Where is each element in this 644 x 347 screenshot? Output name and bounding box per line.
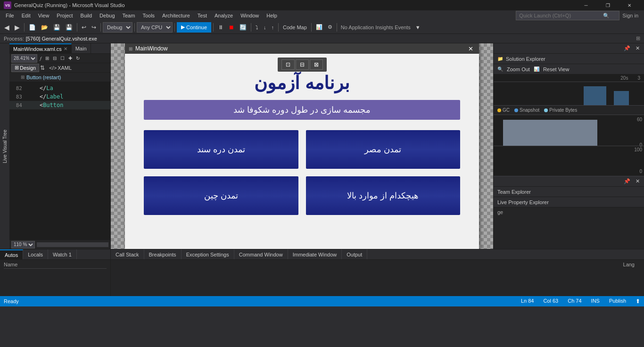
menu-item-file[interactable]: File xyxy=(2,10,18,21)
zoom-out-btn[interactable]: Zoom Out xyxy=(507,66,530,72)
menu-item-architecture[interactable]: Architecture xyxy=(158,10,194,21)
menu-item-analyze[interactable]: Analyze xyxy=(211,10,237,21)
answer-btn-1[interactable]: تمدن دره سند xyxy=(144,130,298,169)
diagnostics-options-button[interactable]: ⚙ xyxy=(325,22,335,33)
undo-button[interactable]: ↩ xyxy=(79,22,89,33)
swap-icon[interactable]: ⇅ xyxy=(40,65,45,71)
diagnostics-button[interactable]: 📊 xyxy=(314,22,325,33)
rp-close-btn[interactable]: ✕ xyxy=(633,45,642,51)
answer-btn-3[interactable]: تمدن چین xyxy=(144,176,298,215)
editor-zoom-bar: 110 % xyxy=(9,240,110,249)
rp-bottom-auto-hide-btn[interactable]: 📌 xyxy=(622,178,632,184)
autos-tab-autos[interactable]: Autos xyxy=(0,249,23,259)
dialog-close-btn[interactable]: ✕ xyxy=(466,44,475,53)
tab-mainwindow-xamlcs[interactable]: MainWindow.xaml.cs ✕ xyxy=(9,43,72,53)
right-panel-header: 📌 ✕ xyxy=(494,43,644,54)
rp-auto-hide-btn[interactable]: 📌 xyxy=(622,45,632,51)
autos-column-headers: Name xyxy=(4,262,107,269)
timeline-bar-1 xyxy=(584,86,606,105)
rp-bottom-close-btn[interactable]: ✕ xyxy=(633,178,642,184)
quiz-title: برنامه آزمون xyxy=(254,73,350,93)
nav-forward-button[interactable]: ▶ xyxy=(12,22,22,33)
close-button[interactable]: ✕ xyxy=(619,0,640,10)
artboard-btn[interactable]: ☐ xyxy=(59,56,66,61)
stop-button[interactable]: ⏹ xyxy=(226,22,237,33)
minimize-button[interactable]: ─ xyxy=(575,0,597,10)
menu-item-tools[interactable]: Tools xyxy=(139,10,158,21)
tab-close-icon[interactable]: ✕ xyxy=(64,46,67,51)
align-right-btn[interactable]: ⊠ xyxy=(310,59,323,70)
output-tab[interactable]: Output xyxy=(342,249,367,259)
menu-item-build[interactable]: Build xyxy=(77,10,96,21)
move-btn[interactable]: ✚ xyxy=(67,56,73,61)
dialog-title-icon: ⊞ xyxy=(129,46,132,51)
design-xaml-tabs: ⊞ Design ⇅ </> XAML xyxy=(9,63,110,73)
team-explorer-label: Team Explorer xyxy=(497,189,531,195)
callstack-tab[interactable]: Call Stack xyxy=(111,249,144,259)
zoom-select[interactable]: 28.41% xyxy=(11,54,37,63)
menu-item-project[interactable]: Project xyxy=(53,10,76,21)
new-button[interactable]: 📄 xyxy=(26,22,38,33)
code-line-84[interactable]: 84 <Button xyxy=(9,101,110,109)
tab-main[interactable]: Main xyxy=(72,43,91,53)
redo-button[interactable]: ↪ xyxy=(89,22,99,33)
xaml-tab-btn[interactable]: </> XAML xyxy=(46,64,75,72)
autos-tab-watch1[interactable]: Watch 1 xyxy=(48,249,77,259)
insights-dropdown[interactable]: ▼ xyxy=(413,22,423,33)
quiz-answers-grid: تمدن دره سند تمدن مصر تمدن چین هیچکدام ا… xyxy=(144,130,460,215)
step-into-button[interactable]: ↓ xyxy=(261,22,269,33)
memory-y-upper: 60 xyxy=(637,117,642,122)
design-tab-btn[interactable]: ⊞ Design xyxy=(11,64,39,72)
answer-btn-2[interactable]: تمدن مصر xyxy=(306,130,461,169)
pause-button[interactable]: ⏸ xyxy=(215,22,226,33)
menu-item-window[interactable]: Window xyxy=(237,10,263,21)
continue-button[interactable]: ▶ Continue xyxy=(177,22,211,33)
reset-view-btn[interactable]: Reset View xyxy=(543,66,569,72)
save-all-button[interactable]: 💾 xyxy=(63,22,75,33)
scroll-indicator[interactable] xyxy=(37,242,108,247)
bottom-debug-panel: Autos Locals Watch 1 Name Call Stack xyxy=(0,249,644,296)
grid-btn[interactable]: ⊞ xyxy=(44,56,50,61)
sign-in-link[interactable]: Sign in xyxy=(622,13,638,18)
quick-launch-input[interactable] xyxy=(516,13,601,18)
watch1-tab-label: Watch 1 xyxy=(53,252,72,257)
save-button[interactable]: 💾 xyxy=(51,22,63,33)
code-map-button[interactable]: Code Map xyxy=(281,22,309,33)
restore-button[interactable]: ❐ xyxy=(597,0,619,10)
snap-btn[interactable]: ⊟ xyxy=(52,56,58,61)
live-visual-tree-panel[interactable]: Live Visual Tree xyxy=(0,43,9,249)
menu-item-help[interactable]: Help xyxy=(263,10,281,21)
step-out-button[interactable]: ↑ xyxy=(269,22,277,33)
debug-mode-select[interactable]: Debug xyxy=(103,22,132,33)
command-window-tab[interactable]: Command Window xyxy=(234,249,288,259)
restart-button[interactable]: 🔄 xyxy=(237,22,249,33)
menu-item-view[interactable]: View xyxy=(34,10,53,21)
timeline-label-20s: 20s xyxy=(620,75,628,81)
line-number-83: 83 xyxy=(9,94,26,100)
menu-item-debug[interactable]: Debug xyxy=(96,10,118,21)
exception-settings-tab[interactable]: Exception Settings xyxy=(182,249,234,259)
mainwindow-dialog: ⊞ MainWindow ✕ ⊡ ⊟ ⊠ برنامه آزمون مجسمه … xyxy=(125,43,479,249)
rotate-btn[interactable]: ↻ xyxy=(75,56,81,61)
step-over-button[interactable]: ⤵ xyxy=(253,22,261,33)
breakpoints-tab[interactable]: Breakpoints xyxy=(144,249,182,259)
live-property-explorer-label: Live Property Explorer xyxy=(497,199,549,205)
status-right: Ln 84 Col 63 Ch 74 INS Publish ⬆ xyxy=(521,298,640,305)
autos-tab-locals[interactable]: Locals xyxy=(23,249,48,259)
status-ch: Ch 74 xyxy=(568,298,581,305)
editor-zoom-select[interactable]: 110 % xyxy=(11,241,35,248)
timeline-labels: 20s 3 xyxy=(494,74,644,82)
menu-item-edit[interactable]: Edit xyxy=(18,10,34,21)
platform-select[interactable]: Any CPU xyxy=(137,22,173,33)
align-center-btn[interactable]: ⊟ xyxy=(296,59,309,70)
memory-y-zero-lower: 0 xyxy=(639,169,642,174)
nav-back-button[interactable]: ◀ xyxy=(2,22,12,33)
xaml-tag-icon: </> xyxy=(49,65,57,71)
menu-item-test[interactable]: Test xyxy=(194,10,211,21)
open-button[interactable]: 📂 xyxy=(39,22,50,33)
answer-btn-4[interactable]: هیچکدام از موارد بالا xyxy=(306,176,461,215)
menu-item-team[interactable]: Team xyxy=(119,10,139,21)
immediate-window-tab[interactable]: Immediate Window xyxy=(288,249,342,259)
align-left-btn[interactable]: ⊡ xyxy=(281,59,295,70)
zoom-formula-btn[interactable]: 𝑓 xyxy=(39,56,42,61)
